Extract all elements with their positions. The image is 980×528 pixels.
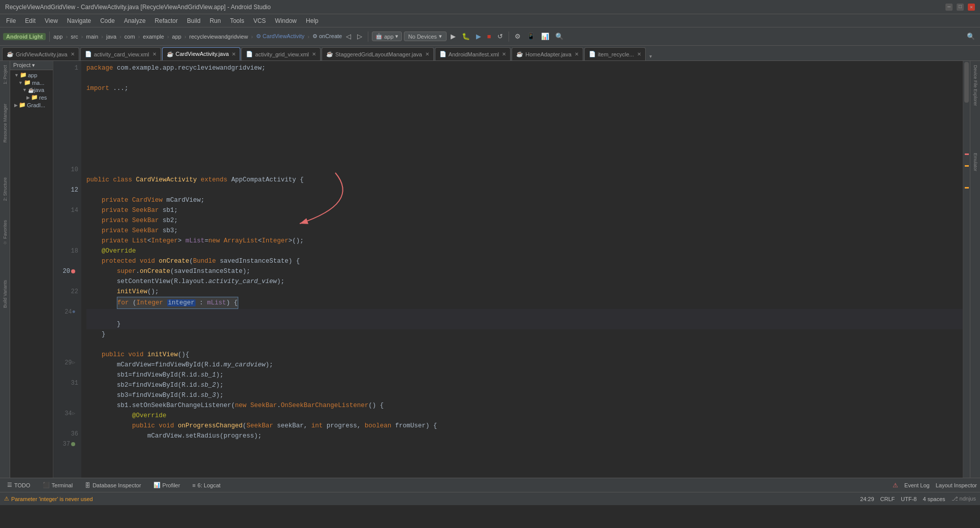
sync-button[interactable]: ↺: [495, 32, 505, 41]
avd-manager-icon[interactable]: 📱: [525, 32, 537, 41]
menu-file[interactable]: File: [2, 16, 20, 26]
profiler-tab[interactable]: 📊 Profiler: [149, 481, 184, 489]
device-file-explorer-label[interactable]: Device File Explorer: [973, 63, 978, 108]
profile-icon[interactable]: 📊: [539, 32, 551, 41]
structure-label[interactable]: 2: Structure: [3, 175, 8, 203]
app-config-button[interactable]: 🤖 app ▾: [372, 32, 401, 41]
breadcrumb-main[interactable]: main: [86, 34, 98, 40]
menu-tools[interactable]: Tools: [226, 16, 248, 26]
menu-view[interactable]: View: [41, 16, 62, 26]
cursor-position[interactable]: 24:29: [860, 496, 874, 502]
tab-close-icon5[interactable]: ✕: [425, 51, 429, 57]
tab-homeadapter[interactable]: ☕ HomeAdapter.java ✕: [512, 47, 583, 60]
todo-icon: ☰: [7, 482, 12, 488]
todo-tab[interactable]: ☰ TODO: [3, 481, 35, 489]
run-with-coverage[interactable]: ▶: [474, 32, 483, 41]
no-devices-button[interactable]: No Devices ▾: [404, 32, 447, 41]
menu-navigate[interactable]: Navigate: [63, 16, 95, 26]
breadcrumb-method[interactable]: ⚙ onCreate: [312, 33, 342, 40]
more-tabs-icon[interactable]: ▾: [649, 52, 653, 60]
menu-analyze[interactable]: Analyze: [120, 16, 150, 26]
maximize-button[interactable]: □: [957, 4, 964, 11]
build-variants-label[interactable]: Build Variants: [3, 278, 8, 310]
breadcrumb-src[interactable]: src: [71, 34, 78, 40]
tab-close-icon3[interactable]: ✕: [232, 51, 236, 57]
code-line-10: [86, 154, 963, 165]
line-ending[interactable]: CRLF: [880, 496, 895, 502]
menu-vcs[interactable]: VCS: [249, 16, 270, 26]
breadcrumb-app[interactable]: app: [53, 34, 62, 40]
tab-manifest[interactable]: 📄 AndroidManifest.xml ✕: [435, 47, 511, 60]
tree-app[interactable]: ▼ 📁 app: [12, 71, 51, 79]
scrollbar-thumb[interactable]: [964, 62, 969, 103]
tab-activity-card-view[interactable]: 📄 activity_card_view.xml ✕: [80, 47, 161, 60]
breadcrumb-recycleview[interactable]: recycleviewandgridview: [189, 34, 248, 40]
tree-main[interactable]: ▼ 📁 ma...: [12, 79, 51, 86]
code-line-34: sb1.setOnSeekBarChangeListener(new SeekB…: [86, 400, 963, 411]
code-line-5: [86, 104, 963, 114]
menu-edit[interactable]: Edit: [21, 16, 40, 26]
tabs-bar: ☕ GridViewActivity.java ✕ 📄 activity_car…: [0, 46, 980, 61]
stop-button[interactable]: ■: [485, 32, 493, 41]
code-line-21: super.onCreate(savedInstanceState);: [86, 266, 963, 276]
breadcrumb-example[interactable]: example: [143, 34, 164, 40]
layout-inspector-button[interactable]: Layout Inspector: [936, 482, 977, 488]
close-button[interactable]: ✕: [968, 4, 975, 11]
code-line-26: }: [86, 319, 963, 329]
terminal-icon: ⬛: [43, 482, 50, 488]
emulator-label[interactable]: Emulator: [973, 151, 978, 173]
event-log-error-icon: ⚠: [893, 482, 898, 489]
logcat-tab[interactable]: ≡ 6: Logcat: [188, 481, 225, 489]
tab-close-icon4[interactable]: ✕: [312, 51, 316, 57]
menu-help[interactable]: Help: [302, 16, 323, 26]
menu-build[interactable]: Build: [183, 16, 205, 26]
menu-window[interactable]: Window: [271, 16, 301, 26]
charset[interactable]: UTF-8: [901, 496, 916, 502]
menu-run[interactable]: Run: [206, 16, 225, 26]
code-area[interactable]: package com.example.app.recycleviewandgr…: [81, 61, 963, 478]
minimize-button[interactable]: —: [945, 4, 953, 11]
run-button[interactable]: ▶: [449, 32, 458, 41]
tab-activity-grid-view[interactable]: 📄 activity_grid_view.xml ✕: [241, 47, 321, 60]
layout-inspector-icon[interactable]: 🔍: [553, 32, 565, 41]
logcat-icon: ≡: [192, 482, 195, 488]
breadcrumb-class[interactable]: ⚙ CardViewActivity: [256, 33, 304, 40]
tab-gridviewactivity[interactable]: ☕ GridViewActivity.java ✕: [2, 47, 79, 60]
tab-close-icon8[interactable]: ✕: [637, 51, 641, 57]
nav-forward-icon[interactable]: ▷: [355, 32, 364, 41]
menu-code[interactable]: Code: [96, 16, 119, 26]
menu-refactor[interactable]: Refactor: [151, 16, 182, 26]
chevron-down-icon2: ▾: [439, 33, 442, 40]
right-scrollbar[interactable]: [963, 61, 970, 478]
nav-back-icon[interactable]: ◁: [344, 32, 353, 41]
tree-java[interactable]: ▼ ☕ java: [12, 86, 51, 94]
sdk-manager-icon[interactable]: ⚙: [513, 32, 523, 41]
tab-staggered[interactable]: ☕ StaggeredGridLayoutManager.java ✕: [322, 47, 434, 60]
tab-close-icon[interactable]: ✕: [71, 51, 75, 57]
project-sidebar-label[interactable]: 1: Project: [3, 63, 8, 86]
tab-close-icon6[interactable]: ✕: [502, 51, 506, 57]
favorites-label[interactable]: ☆ Favorites: [3, 218, 8, 247]
code-line-3: import ...;: [86, 83, 963, 94]
tab-label6: AndroidManifest.xml: [449, 51, 499, 57]
resource-manager-label[interactable]: Resource Manager: [3, 102, 8, 145]
tree-res[interactable]: ▶ 📁 res: [12, 94, 51, 101]
code-line-1: package com.example.app.recycleviewandgr…: [86, 63, 963, 73]
tab-close-icon7[interactable]: ✕: [575, 51, 579, 57]
tree-gradle[interactable]: ▶ 📁 Gradl...: [12, 101, 51, 109]
line-numbers-gutter: 1 10 12 14: [53, 61, 81, 478]
event-log-button[interactable]: Event Log: [904, 482, 930, 488]
breadcrumb-app2[interactable]: app: [172, 34, 181, 40]
tab-cardviewactivity[interactable]: ☕ CardViewActivity.java ✕: [162, 47, 241, 60]
tab-close-icon2[interactable]: ✕: [152, 51, 156, 57]
chevron-down-icon: ▾: [395, 33, 398, 40]
breadcrumb-java[interactable]: java: [106, 34, 116, 40]
database-inspector-tab[interactable]: 🗄 Database Inspector: [81, 481, 145, 489]
code-line-7: [86, 124, 963, 134]
terminal-tab[interactable]: ⬛ Terminal: [39, 481, 77, 489]
indent-setting[interactable]: 4 spaces: [923, 496, 945, 502]
breadcrumb-com[interactable]: com: [124, 34, 135, 40]
debug-button[interactable]: 🐛: [460, 32, 472, 41]
search-everywhere-icon[interactable]: 🔍: [965, 32, 977, 41]
tab-item-recycle[interactable]: 📄 item_recycle... ✕: [584, 47, 646, 60]
